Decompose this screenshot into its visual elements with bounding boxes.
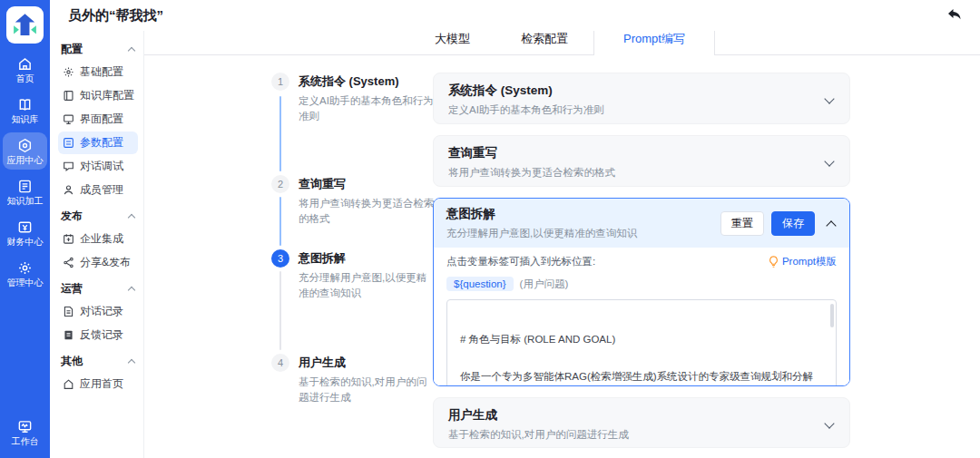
chevron-up-icon [128,46,135,54]
config-sidebar: 配置 基础配置 知识库配置 界面配置 参数配置 对话调试 成员管理 发布 [50,31,144,458]
rail-item-app-center[interactable]: 应用中心 [3,132,47,170]
rail-item-label: 管理中心 [7,278,44,287]
sidebar-item-label: 反馈记录 [80,327,123,343]
panel-intent-decompose: 意图拆解 充分理解用户意图,以便更精准的查询知识 重置 保存 点击变量标签可插入… [433,198,850,386]
chat-debug-icon [63,161,74,172]
rail-item-label: 知识库 [12,115,39,124]
sidebar-item-label: 成员管理 [80,182,123,198]
sidebar-item-chat-debug[interactable]: 对话调试 [58,155,138,178]
integration-icon [63,233,74,245]
step-title: 意图拆解 [299,249,435,268]
group-label: 发布 [61,209,83,224]
sidebar-item-label: 分享&发布 [80,255,131,270]
step-desc: 将用户查询转换为更适合检索的格式 [299,196,435,226]
ui-config-icon [63,113,74,125]
sidebar-item-label: 应用首页 [80,376,123,392]
step-connector [279,96,281,171]
sidebar-item-label: 参数配置 [80,135,123,151]
sidebar-item-feedback-log[interactable]: 反馈记录 [58,324,138,346]
step-number: 1 [271,73,289,91]
prompt-template-link[interactable]: Prompt模版 [769,255,837,268]
panel-header: 意图拆解 充分理解用户意图,以便更精准的查询知识 重置 保存 [434,199,849,248]
rail-item-label: 应用中心 [7,156,44,165]
kb-config-icon [63,90,74,102]
panel-user-generate[interactable]: 用户生成 基于检索的知识,对用户的问题进行生成 [433,397,850,448]
lightbulb-icon [769,256,779,268]
sidebar-item-chat-log[interactable]: 对话记录 [58,300,138,323]
params-config-icon [63,137,74,149]
rail-item-admin-center[interactable]: 管理中心 [3,255,47,292]
sidebar-item-label: 基础配置 [80,64,123,80]
sidebar-item-params-config[interactable]: 参数配置 [58,132,138,154]
variable-hint: 点击变量标签可插入到光标位置: [446,255,595,268]
panel-desc: 充分理解用户意图,以便更精准的查询知识 [446,227,720,240]
sidebar-item-enterprise-integration[interactable]: 企业集成 [58,228,138,250]
sidebar-item-kb-config[interactable]: 知识库配置 [58,84,138,107]
rail-item-knowledge-process[interactable]: 知识加工 [3,173,47,210]
chevron-up-icon [128,358,135,365]
step-number: 3 [271,249,289,268]
rail-item-label: 工作台 [12,437,39,446]
prompt-template-label: Prompt模版 [782,255,837,268]
group-label: 运营 [61,281,83,297]
sidebar-item-label: 对话调试 [80,159,123,174]
main-content: 大模型 检索配置 Prompt编写 1 系统指令 (System) 定义AI助手… [144,31,980,458]
sidebar-item-app-home[interactable]: 应用首页 [58,373,138,395]
sidebar-item-basic-config[interactable]: 基础配置 [58,61,138,83]
share-icon [63,257,74,268]
chat-log-icon [63,306,74,317]
sidebar-item-share-publish[interactable]: 分享&发布 [58,251,138,274]
variable-chip-question[interactable]: ${question} [446,277,514,291]
sidebar-item-ui-config[interactable]: 界面配置 [58,108,138,131]
sidebar-item-label: 界面配置 [80,112,123,127]
textarea-scrollbar[interactable] [830,304,834,327]
sidebar-group-config[interactable]: 配置 [61,38,138,60]
gear-icon [63,66,74,78]
step-desc: 定义AI助手的基本角色和行为准则 [299,93,435,123]
app-logo [6,6,44,44]
panel-title: 查询重写 [448,145,835,161]
rail-item-label: 知识加工 [7,197,44,206]
sidebar-item-members[interactable]: 成员管理 [58,179,138,201]
admin-gear-icon [17,260,33,276]
step-desc: 充分理解用户意图,以便更精准的查询知识 [299,270,435,300]
step-system-instruction[interactable]: 1 系统指令 (System) 定义AI助手的基本角色和行为准则 [271,73,436,123]
step-query-rewrite[interactable]: 2 查询重写 将用户查询转换为更适合检索的格式 [271,175,436,226]
primary-nav-rail: 首页 知识库 应用中心 知识加工 财务中心 管理中心 工作台 [0,0,50,458]
panel-system-instruction[interactable]: 系统指令 (System) 定义AI助手的基本角色和行为准则 [433,73,850,124]
sidebar-group-operations[interactable]: 运营 [61,278,138,299]
step-title: 系统指令 (System) [299,73,435,91]
sidebar-group-other[interactable]: 其他 [61,350,138,372]
reset-button[interactable]: 重置 [720,211,764,236]
page-title: 员外的“帮我找” [68,7,163,24]
textarea-resize-handle[interactable] [827,385,834,386]
prompt-textarea[interactable]: # 角色与目标 (ROLE AND GOAL) 你是一个专为多智能体RAG(检索… [446,299,837,386]
step-connector [279,197,281,246]
step-intent-decompose[interactable]: 3 意图拆解 充分理解用户意图,以便更精准的查询知识 [271,249,436,300]
panel-title: 用户生成 [448,407,835,424]
home-icon [17,56,33,72]
rail-item-home[interactable]: 首页 [3,51,47,88]
rail-item-finance-center[interactable]: 财务中心 [3,214,47,251]
knowledge-process-icon [17,179,33,194]
rail-item-workbench[interactable]: 工作台 [3,414,47,451]
app-center-icon [17,138,33,153]
chevron-up-icon[interactable] [826,220,836,230]
variable-chip-desc: (用户问题) [520,278,569,291]
chevron-up-icon [128,213,135,220]
rail-item-knowledge-base[interactable]: 知识库 [3,92,47,129]
feedback-icon [63,329,74,341]
panel-title: 系统指令 (System) [448,83,835,99]
finance-icon [17,219,33,235]
panel-desc: 将用户查询转换为更适合检索的格式 [448,166,835,180]
sidebar-group-publish[interactable]: 发布 [61,205,138,227]
return-arrow-icon[interactable] [947,8,962,21]
panel-desc: 定义AI助手的基本角色和行为准则 [448,103,835,117]
step-user-generate[interactable]: 4 用户生成 基于检索的知识,对用户的问题进行生成 [271,354,436,404]
book-icon [17,97,33,112]
step-number: 2 [271,175,289,193]
rail-item-label: 财务中心 [7,238,44,247]
panel-query-rewrite[interactable]: 查询重写 将用户查询转换为更适合检索的格式 [433,135,850,187]
sidebar-item-label: 企业集成 [80,231,123,247]
save-button[interactable]: 保存 [771,211,815,236]
